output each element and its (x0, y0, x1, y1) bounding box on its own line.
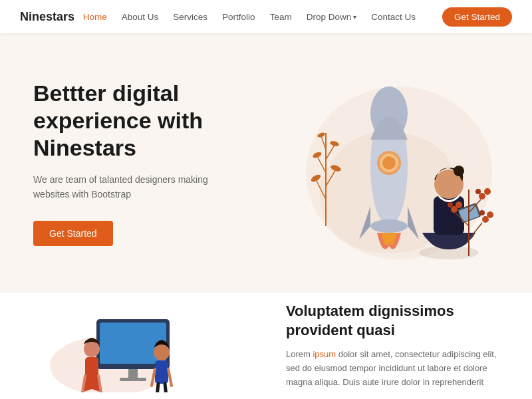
svg-point-34 (479, 193, 485, 200)
nav-links: Home About Us Services Portfolio Team Dr… (83, 7, 512, 27)
svg-line-51 (165, 384, 167, 392)
nav-item-dropdown[interactable]: Drop Down ▾ (307, 12, 357, 22)
svg-point-30 (479, 210, 485, 215)
chevron-down-icon: ▾ (353, 13, 356, 21)
section2-text-block: Voluptatem dignissimos provident quasi L… (286, 302, 499, 390)
section2-title: Voluptatem dignissimos provident quasi (286, 302, 499, 340)
hero-section: Bettter digital experience with Ninestar… (0, 33, 532, 293)
nav-item-portfolio[interactable]: Portfolio (222, 12, 255, 22)
section2-body: Lorem ipsum dolor sit amet, consectetur … (286, 348, 499, 389)
nav-dropdown-label: Drop Down (307, 12, 352, 22)
nav-item-contact[interactable]: Contact Us (371, 12, 416, 22)
hero-illustration (259, 33, 499, 293)
highlighted-text: ipsum (313, 349, 336, 359)
svg-point-46 (154, 344, 170, 360)
hero-subtitle: We are team of talanted designers making… (33, 172, 219, 202)
section2-illustration (33, 299, 233, 392)
svg-point-29 (487, 211, 493, 218)
svg-point-33 (448, 202, 453, 207)
nav-item-home[interactable]: Home (83, 12, 107, 22)
svg-rect-40 (128, 369, 138, 379)
svg-point-35 (484, 188, 491, 195)
svg-line-49 (168, 369, 172, 386)
nav-item-about[interactable]: About Us (122, 12, 159, 22)
navbar: Ninestars Home About Us Services Portfol… (0, 0, 532, 33)
svg-point-36 (475, 189, 481, 194)
svg-point-21 (454, 166, 464, 176)
section2: Voluptatem dignissimos provident quasi L… (0, 293, 532, 399)
hero-text-block: Bettter digital experience with Ninestar… (33, 80, 259, 245)
svg-point-17 (370, 219, 408, 233)
hero-cta-button[interactable]: Get Started (33, 221, 113, 246)
svg-rect-47 (155, 360, 168, 384)
svg-point-32 (456, 201, 462, 208)
nav-item-services[interactable]: Services (173, 12, 207, 22)
svg-point-16 (382, 156, 396, 170)
brand-logo[interactable]: Ninestars (20, 10, 74, 24)
hero-title: Bettter digital experience with Ninestar… (33, 80, 259, 161)
nav-cta-button[interactable]: Get Started (442, 7, 512, 27)
svg-point-42 (84, 341, 100, 357)
section2-svg (43, 299, 223, 392)
svg-line-50 (156, 384, 158, 392)
nav-item-team[interactable]: Team (270, 12, 292, 22)
hero-svg (259, 53, 499, 293)
svg-rect-41 (120, 378, 146, 381)
